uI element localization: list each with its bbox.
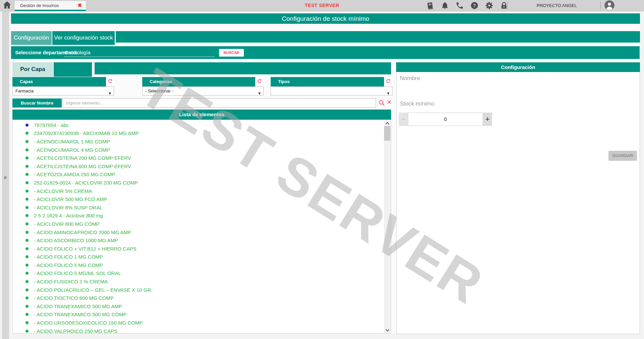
buscar-button[interactable]: BUSCAR xyxy=(219,49,244,57)
list-item[interactable]: - ACENOCUMAROL 1 MG COMP xyxy=(13,137,391,146)
list-item-label: 2 5 2 1829 4 - Aciclovir 800 mg xyxy=(34,213,103,218)
config-panel xyxy=(396,72,640,334)
bullet-icon xyxy=(25,313,29,316)
bell-icon[interactable] xyxy=(441,1,449,10)
list-item[interactable]: - ACETOZOLAMIDA 250 MG COMP xyxy=(13,171,391,179)
list-item[interactable]: - ACIDO ASCORBICO 1000 MG AMP xyxy=(13,236,391,245)
bullet-icon xyxy=(25,181,29,184)
list-scrollbar[interactable] xyxy=(384,120,390,333)
list-item-label: - ACIDO FOLICO 5 MG COMP xyxy=(34,262,103,268)
list-item[interactable]: - ACIDO FOLICO 1 MG COMP xyxy=(13,253,391,261)
list-item[interactable]: - ACICLOVIR 5% CREMA xyxy=(13,187,391,195)
gear-icon[interactable] xyxy=(485,1,493,10)
subtab-por-capa[interactable]: Por Capa xyxy=(12,62,53,77)
list-item[interactable]: - ACIDO FUSIDICO 2 % CREMA xyxy=(13,277,391,286)
search-input[interactable] xyxy=(62,98,376,108)
list-item-label: - ACIDO VALPROICO 250 MG CAPS xyxy=(34,328,117,334)
categorias-refresh-button[interactable] xyxy=(255,77,263,86)
config-panel-title: Configuración xyxy=(396,62,640,72)
list-item[interactable]: 252-01829-0024 - ACICLOVIR 200 MG COMP xyxy=(13,179,391,187)
search-icon[interactable] xyxy=(378,99,385,108)
list-item-label: - ACETILCISTEINA 200 MG COMP EFERV xyxy=(34,155,131,161)
list-item[interactable]: 2347092874230938 - ABCIXIMAB 10 MG AMP xyxy=(13,129,391,138)
nombre-label: Nombre xyxy=(400,75,420,82)
bullet-icon xyxy=(25,222,29,225)
tipos-refresh-button[interactable] xyxy=(384,77,392,86)
top-bar: Gestión de Insumos ✖ TEST SERVER ? PROYE… xyxy=(0,0,644,11)
list-item[interactable]: - ACICLOVIR 8% SUSP ORAL xyxy=(13,203,391,212)
bullet-icon xyxy=(25,231,29,234)
list-item[interactable]: 79797654 - abc xyxy=(13,121,391,129)
bullet-icon xyxy=(25,272,29,275)
stock-value-input[interactable]: 0 xyxy=(408,113,483,126)
department-input[interactable]: Cardiología xyxy=(64,48,215,57)
scrollbar-thumb[interactable] xyxy=(384,126,390,141)
capas-refresh-button[interactable] xyxy=(106,77,114,86)
capas-header: Capas xyxy=(12,77,106,86)
tipos-header: Tipos xyxy=(271,77,384,86)
bullet-icon xyxy=(25,198,29,201)
list-item-label: - ACIDO FOLICO 5 MG/ML SOL ORAL xyxy=(34,270,121,276)
list-item-label: - ACENOCUMAROL 1 MG COMP xyxy=(34,139,110,144)
phone-icon[interactable] xyxy=(455,1,464,10)
capas-select-value: Farmacia xyxy=(15,88,34,93)
list-item-label: - ACICLOVIR 800 MG COMP xyxy=(34,221,100,227)
left-collapse-rail[interactable] xyxy=(2,11,9,339)
tipos-select[interactable]: ▼ xyxy=(271,86,392,95)
list-item-label: - ACIDO FUSIDICO 2 % CREMA xyxy=(34,279,108,284)
list-item[interactable]: - ACIDO FOLICO 5 MG/ML SOL ORAL xyxy=(13,269,391,278)
stepper-minus-button[interactable]: − xyxy=(399,113,408,126)
bullet-icon xyxy=(25,264,29,267)
bullet-icon xyxy=(25,124,29,127)
tab-ver-configuracion-stock[interactable]: Ver configuración stock xyxy=(52,31,115,45)
bullet-icon xyxy=(25,321,29,324)
svg-text:?: ? xyxy=(473,3,476,8)
bullet-icon xyxy=(25,288,29,291)
department-row: Seleccione departamento: Cardiología BUS… xyxy=(11,46,640,59)
list-item[interactable]: - ACICLOVIR 800 MG COMP xyxy=(13,220,391,228)
capas-select[interactable]: Farmacia ▼ xyxy=(12,86,114,95)
user-avatar-icon[interactable] xyxy=(604,0,614,10)
subtab-empty[interactable] xyxy=(54,62,92,77)
scroll-up-button[interactable] xyxy=(384,120,390,126)
list-item-label: - ACETOZOLAMIDA 250 MG COMP xyxy=(34,172,115,177)
list-item[interactable]: - ACIDO TIOCTICO 600 MG COMP xyxy=(13,294,391,302)
help-icon[interactable]: ? xyxy=(470,1,479,10)
bullet-icon xyxy=(25,305,29,308)
bullet-icon xyxy=(25,190,29,193)
guardar-button[interactable]: GUARDAR xyxy=(608,151,637,161)
list-items: 79797654 - abc 2347092874230938 - ABCIXI… xyxy=(13,120,391,334)
stepper-plus-button[interactable]: + xyxy=(483,113,492,126)
scroll-down-button[interactable] xyxy=(384,327,390,333)
list-item-label: - ACENOCUMAROL 4 MG COMP xyxy=(34,147,110,153)
list-item[interactable]: - ACIDO FOLICO 5 MG COMP xyxy=(13,261,391,269)
book-icon[interactable] xyxy=(426,1,434,10)
list-item-label: - ACIDO TIOCTICO 600 MG COMP xyxy=(34,295,114,301)
chevron-up-icon xyxy=(385,122,389,126)
refresh-icon xyxy=(107,78,113,85)
clear-search-icon[interactable]: ✕ xyxy=(387,98,392,106)
list-item[interactable]: - ACIDO POLIACRILICO – GEL – ENVASE X 10… xyxy=(13,286,391,294)
list-item[interactable]: - ACENOCUMAROL 4 MG COMP xyxy=(13,146,391,154)
chevron-down-icon xyxy=(385,328,389,331)
categorias-select[interactable]: - Seleccionar - ▼ xyxy=(142,86,264,95)
list-item[interactable]: 2 5 2 1829 4 - Aciclovir 800 mg xyxy=(13,212,391,220)
list-item[interactable]: - ACIDO TRANEXAMICO 500 MG AMP xyxy=(13,302,391,311)
buscar-nombre-badge: Buscar Nombre xyxy=(12,98,62,108)
page-title: Configuración de stock mínimo xyxy=(11,13,640,24)
expand-sidebar-arrow-icon[interactable] xyxy=(4,176,7,180)
bullet-icon xyxy=(25,296,29,299)
list-item[interactable]: - ACETILCISTEINA 600 MG COMP EFERV xyxy=(13,162,391,171)
list-item-label: - ACICLOVIR 5% CREMA xyxy=(34,188,92,194)
bullet-icon xyxy=(25,280,29,283)
list-item[interactable]: - ACIDO URSODESOXICOLICO 150 MG COMP xyxy=(13,319,391,327)
tab-configuracion[interactable]: Configuración xyxy=(11,31,52,45)
list-item[interactable]: - ACIDO FOLICO + VIT.B12 + HIERRO CAPS xyxy=(13,245,391,253)
bullet-icon xyxy=(25,247,29,250)
list-item[interactable]: - ACETILCISTEINA 200 MG COMP EFERV xyxy=(13,154,391,162)
list-item[interactable]: - ACIDO AMINOCAPROICO 2000 MG AMP xyxy=(13,228,391,236)
list-item[interactable]: - ACICLOVIR 500 MG FCO AMP xyxy=(13,195,391,203)
list-item[interactable]: - ACIDO TRANEXAMICO 500 MG COMP xyxy=(13,311,391,319)
chevron-down-icon: ▼ xyxy=(258,89,261,98)
list-item[interactable]: - ACIDO VALPROICO 250 MG CAPS xyxy=(13,327,391,334)
